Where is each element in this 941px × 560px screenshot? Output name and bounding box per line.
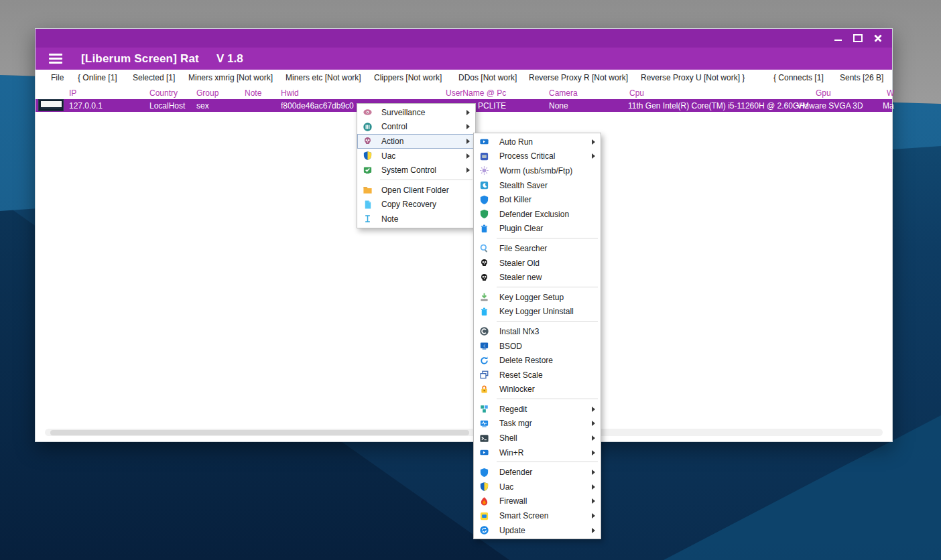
menu-item-label: Key Logger Uninstall	[499, 307, 574, 316]
menu-item-file-searcher[interactable]: File Searcher	[474, 241, 601, 256]
menu-item-label: Smart Screen	[499, 511, 548, 520]
menu-item-worm-usb-smb-ftp[interactable]: Worm (usb/smb/Ftp)	[474, 163, 601, 178]
menubar-item-connects-1[interactable]: { Connects [1]	[773, 73, 824, 82]
menubar-item-reverse-proxy-r-not-work[interactable]: Reverse Proxy R [Not work]	[529, 73, 628, 82]
resize-icon	[479, 370, 489, 380]
menubar-item-file[interactable]: File	[51, 73, 64, 82]
row-cell-2: sex	[196, 101, 209, 111]
column-header-group[interactable]: Group	[196, 88, 218, 98]
menubar: File{ Online [1]Selected [1]Miners xmrig…	[36, 70, 892, 86]
submenu-arrow-icon	[592, 435, 595, 441]
menu-item-label: Stealth Saver	[499, 181, 548, 190]
column-header-gpu[interactable]: Gpu	[816, 88, 831, 98]
submenu-arrow-icon	[466, 167, 470, 173]
menubar-item-ddos-not-work[interactable]: DDos [Not work]	[458, 73, 517, 82]
submenu-arrow-icon	[592, 139, 595, 145]
menu-item-task-mgr[interactable]: Task mgr	[474, 417, 601, 431]
column-header-cpu[interactable]: Cpu	[629, 88, 644, 98]
row-cell-6: 11th Gen Intel(R) Core(TM) i5-11260H @ 2…	[628, 101, 809, 111]
menu-item-label: Reset Scale	[499, 370, 543, 380]
menu-item-smart-screen[interactable]: Smart Screen	[474, 508, 601, 523]
maximize-button[interactable]	[849, 31, 867, 46]
close-button[interactable]	[869, 31, 887, 46]
menu-item-stealth-saver[interactable]: Stealth Saver	[474, 178, 601, 193]
menu-item-reset-scale[interactable]: Reset Scale	[474, 368, 601, 382]
column-header-username-pc[interactable]: UserName @ Pc	[446, 88, 506, 98]
menubar-item-miners-xmrig-not-work[interactable]: Miners xmrig [Not work]	[188, 73, 273, 82]
menu-item-label: Defender	[499, 468, 532, 477]
menu-item-win-r[interactable]: Win+R	[474, 445, 601, 460]
menu-item-action[interactable]: Action	[357, 134, 475, 149]
menubar-item-sents-26-b[interactable]: Sents [26 B]	[840, 73, 883, 82]
hamburger-menu-icon[interactable]	[49, 54, 62, 64]
menu-item-key-logger-uninstall[interactable]: Key Logger Uninstall	[474, 305, 601, 320]
menu-item-install-nfx3[interactable]: Install Nfx3	[474, 324, 601, 339]
minimize-button[interactable]	[829, 31, 846, 46]
menu-item-uac[interactable]: Uac	[357, 149, 475, 163]
submenu-arrow-icon	[466, 124, 470, 129]
menu-item-control[interactable]: Control	[357, 120, 475, 135]
shield2-icon	[362, 151, 373, 161]
menu-item-system-control[interactable]: System Control	[357, 163, 475, 178]
column-header-ip[interactable]: IP	[69, 88, 76, 98]
minimize-icon	[834, 40, 842, 41]
menu-item-firewall[interactable]: Firewall	[474, 494, 601, 509]
menu-item-uac[interactable]: Uac	[474, 480, 601, 494]
terminal-icon	[479, 433, 489, 443]
menu-item-surveillance[interactable]: Surveillance	[357, 105, 475, 120]
maximize-icon	[853, 34, 863, 42]
scrollbar-thumb[interactable]	[50, 430, 469, 435]
submenu-arrow-icon	[592, 498, 595, 504]
menu-item-label: Stealer Old	[499, 259, 540, 268]
menu-item-label: Surveillance	[381, 108, 425, 117]
doc-icon	[362, 199, 373, 210]
menu-item-label: Copy Recovery	[381, 200, 436, 209]
menubar-item-selected-1[interactable]: Selected [1]	[133, 73, 175, 82]
menu-item-stealer-old[interactable]: Stealer Old	[474, 256, 601, 271]
column-header-hwid[interactable]: Hwid	[281, 88, 299, 98]
menu-item-bsod[interactable]: :(BSOD	[474, 339, 601, 354]
menubar-item-clippers-not-work[interactable]: Clippers [Not work]	[374, 73, 442, 82]
column-header-w[interactable]: W	[887, 88, 894, 98]
menu-item-winlocker[interactable]: Winlocker	[474, 382, 601, 397]
refresh-icon	[479, 355, 489, 366]
menu-item-defender-exclusion[interactable]: Defender Exclusion	[474, 207, 601, 222]
menu-item-copy-recovery[interactable]: Copy Recovery	[357, 198, 475, 212]
menu-item-label: Firewall	[499, 496, 527, 506]
menubar-item-miners-etc-not-work[interactable]: Miners etc [Not work]	[286, 73, 361, 82]
row-cell-4: PCLITE	[478, 101, 506, 111]
menu-item-key-logger-setup[interactable]: Key Logger Setup	[474, 290, 601, 305]
menu-item-bot-killer[interactable]: Bot Killer	[474, 192, 601, 207]
column-header-country[interactable]: Country	[149, 88, 178, 98]
menu-item-defender[interactable]: Defender	[474, 465, 601, 480]
menubar-item-reverse-proxy-u-not-work[interactable]: Reverse Proxy U [Not work] }	[641, 73, 745, 82]
table-header-row: IPCountryGroupNoteHwidUserName @ PcCamer…	[36, 86, 892, 99]
menu-item-label: Uac	[381, 151, 395, 161]
row-cell-1: LocalHost	[149, 101, 185, 111]
horizontal-scrollbar[interactable]	[45, 429, 883, 436]
shield-icon	[479, 467, 489, 478]
client-context-menu: SurveillanceControlActionUacSystem Contr…	[357, 103, 476, 228]
menu-item-delete-restore[interactable]: Delete Restore	[474, 353, 601, 368]
run-icon	[479, 137, 489, 147]
menu-item-update[interactable]: Update	[474, 523, 601, 538]
column-header-camera[interactable]: Camera	[549, 88, 578, 98]
bsod-icon: :(	[479, 341, 489, 352]
menubar-item-online-1[interactable]: { Online [1]	[78, 73, 117, 82]
column-header-note[interactable]: Note	[245, 88, 261, 98]
menu-item-label: Process Critical	[499, 151, 555, 161]
menu-item-note[interactable]: Note	[357, 212, 475, 226]
menu-item-process-critical[interactable]: Process Critical	[474, 149, 601, 164]
menu-item-label: Task mgr	[499, 419, 532, 428]
menu-item-stealer-new[interactable]: Stealer new	[474, 270, 601, 285]
svg-text::(: :(	[483, 344, 485, 348]
menu-item-plugin-clear[interactable]: Plugin Clear	[474, 222, 601, 236]
shield-icon	[479, 209, 489, 220]
menu-item-shell[interactable]: Shell	[474, 431, 601, 445]
lock-icon	[479, 384, 489, 395]
submenu-arrow-icon	[466, 139, 470, 144]
menu-item-auto-run[interactable]: Auto Run	[474, 135, 601, 149]
app-window: [Liberum Screen] Rat V 1.8 File{ Online …	[35, 28, 893, 442]
menu-item-open-client-folder[interactable]: Open Client Folder	[357, 183, 475, 198]
menu-item-regedit[interactable]: Regedit	[474, 402, 601, 417]
